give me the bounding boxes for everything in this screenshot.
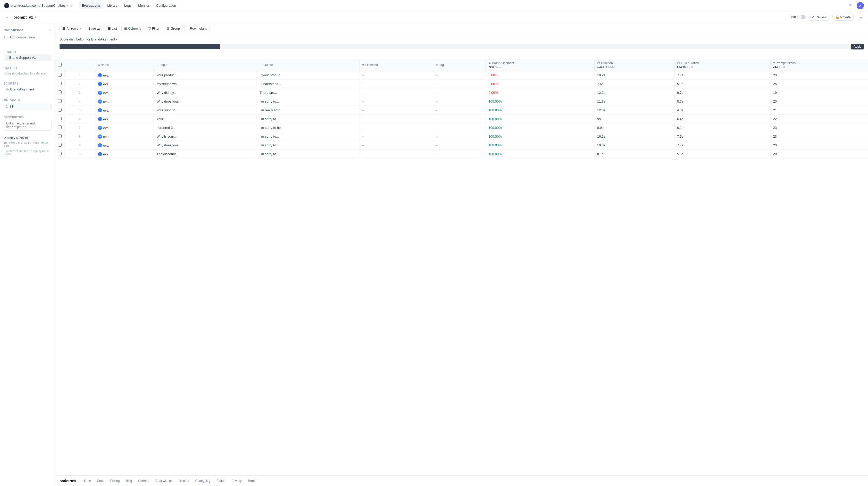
select-all-checkbox[interactable] [58,63,62,66]
row-name[interactable]: + eval [95,71,154,80]
footer-link-status[interactable]: Status [216,479,225,483]
footer-link-blog[interactable]: Blog [126,479,132,483]
th-input[interactable]: → Input [154,59,257,71]
row-name[interactable]: + eval [95,115,154,123]
safety-link[interactable]: ↗ safety cd2e716 [4,136,52,140]
row-checkbox[interactable] [58,134,62,138]
footer-link-changelog[interactable]: Changelog [195,479,210,483]
row-name[interactable]: + eval [95,88,154,97]
row-tags[interactable]: – [433,97,486,106]
table-row[interactable]: 9 + eval Why does you... I'm sorry to...… [55,141,868,150]
row-checkbox[interactable] [58,82,62,85]
row-checkbox[interactable] [58,99,62,103]
back-button[interactable]: ← [4,14,10,20]
row-checkbox[interactable] [58,108,62,112]
row-brand-alignment[interactable]: 100.00% [486,123,594,132]
row-tags[interactable]: – [433,123,486,132]
row-prompt-tokens[interactable]: 25 [770,80,868,88]
footer-link-home[interactable]: Home [83,479,91,483]
footer-link-privacy[interactable]: Privacy [231,479,242,483]
row-brand-alignment[interactable]: 0.00% [486,71,594,80]
sidebar-item-prompt[interactable]: ○ Brand Support V1 [4,54,52,61]
footer-link-chat[interactable]: Chat with us [155,479,173,483]
more-button[interactable]: ⋯ [857,13,864,21]
user-avatar[interactable]: A [857,2,864,9]
row-checkbox[interactable] [58,143,62,147]
row-expected[interactable]: – [360,132,433,141]
row-expected[interactable]: – [360,106,433,115]
row-prompt-tokens[interactable]: 20 [770,71,868,80]
nav-item-logs[interactable]: Logs [121,2,134,9]
row-duration[interactable]: 7.6s [594,80,674,88]
row-llm-duration[interactable]: 4.3s [675,106,771,115]
row-duration[interactable]: 16.1s [594,132,674,141]
brand-link[interactable]: braintrustdata.com / SupportChatbot ▾ [4,3,68,8]
row-duration[interactable]: 12.2s [594,88,674,97]
th-prompt-tokens[interactable]: ≡ Prompt tokens 213 SUM [770,59,868,71]
nav-item-evaluations[interactable]: Evaluations [79,2,103,9]
row-input[interactable]: Your... [154,115,257,123]
table-row[interactable]: 6 + eval Your... I'm sorry to... – – 100… [55,115,868,123]
row-input[interactable]: Why does you... [154,97,257,106]
table-row[interactable]: 5 + eval Your support... I'm really sorr… [55,106,868,115]
all-rows-button[interactable]: ☰ All rows ▾ [60,25,84,32]
row-output[interactable]: There are... [257,88,360,97]
row-input[interactable]: Your support... [154,106,257,115]
row-prompt-tokens[interactable]: 20 [770,150,868,158]
row-name[interactable]: + eval [95,141,154,150]
table-row[interactable]: 1 + eval Your product... If your produc.… [55,71,868,80]
help-icon[interactable]: ? [846,2,854,9]
row-input[interactable]: Your product... [154,71,257,80]
description-input[interactable] [4,120,52,131]
row-llm-duration[interactable]: 7.7s [675,141,771,150]
row-llm-duration[interactable]: 9.7s [675,88,771,97]
row-brand-alignment[interactable]: 100.00% [486,141,594,150]
row-expected[interactable]: – [360,88,433,97]
row-duration[interactable]: 10.3s [594,141,674,150]
row-prompt-tokens[interactable]: 22 [770,115,868,123]
columns-button[interactable]: ⊞ Columns [121,25,144,32]
row-duration[interactable]: 8.1s [594,150,674,158]
row-prompt-tokens[interactable]: 21 [770,106,868,115]
row-tags[interactable]: – [433,71,486,80]
score-dist-chevron[interactable]: ▾ [116,37,118,41]
nav-item-monitor[interactable]: Monitor [135,2,152,9]
th-llm-duration[interactable]: ⏱ LLM duration 68.92s SUM [675,59,771,71]
filter-button[interactable]: ▽ Filter [146,25,162,32]
nav-item-configuration[interactable]: Configuration [153,2,179,9]
group-button[interactable]: ⊟ Group [164,25,183,32]
list-button[interactable]: ☰ List [105,25,120,32]
row-input[interactable]: Why does you... [154,141,257,150]
row-prompt-tokens[interactable]: 23 [770,123,868,132]
row-duration[interactable]: 9s [594,115,674,123]
row-duration[interactable]: 12.3s [594,106,674,115]
row-prompt-tokens[interactable]: 20 [770,141,868,150]
footer-link-pricing[interactable]: Pricing [110,479,120,483]
table-row[interactable]: 3 + eval Why did my... There are... – – … [55,88,868,97]
row-brand-alignment[interactable]: 0.00% [486,80,594,88]
row-output[interactable]: I'm sorry to... [257,132,360,141]
row-tags[interactable]: – [433,115,486,123]
comparisons-collapse[interactable]: ⊣ [46,28,52,33]
row-expected[interactable]: – [360,150,433,158]
row-llm-duration[interactable]: 8.7s [675,97,771,106]
row-expected[interactable]: – [360,97,433,106]
row-prompt-tokens[interactable]: 20 [770,97,868,106]
row-llm-duration[interactable]: 5.6s [675,150,771,158]
row-tags[interactable]: – [433,150,486,158]
row-output[interactable]: I'm really sorr... [257,106,360,115]
th-duration[interactable]: ⏱ Duration 105.87s SUM [594,59,674,71]
home-icon[interactable]: ⌂ [71,3,74,8]
row-tags[interactable]: – [433,88,486,97]
row-input[interactable]: I ordered 3... [154,123,257,132]
save-as-button[interactable]: Save as [86,25,103,32]
row-output[interactable]: I'm sorry to he... [257,123,360,132]
table-row[interactable]: 10 + eval The discount... I'm sorry to..… [55,150,868,158]
th-output[interactable]: → Output [257,59,360,71]
table-row[interactable]: 4 + eval Why does you... I'm sorry to...… [55,97,868,106]
row-height-button[interactable]: ↕ Row height [184,25,210,32]
row-tags[interactable]: – [433,106,486,115]
footer-link-careers[interactable]: Careers [138,479,149,483]
row-output[interactable]: I'm sorry to... [257,141,360,150]
row-llm-duration[interactable]: 6.1s [675,123,771,132]
